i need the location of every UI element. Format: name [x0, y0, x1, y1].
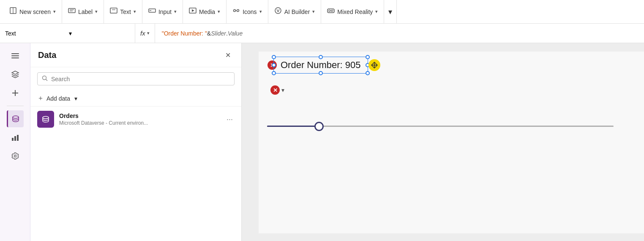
sidebar-item-menu[interactable] — [7, 47, 24, 64]
handle-bm[interactable] — [319, 71, 323, 75]
error-badge-2[interactable]: ✕ — [270, 85, 280, 95]
left-sidebar — [0, 43, 30, 241]
svg-rect-23 — [14, 136, 16, 141]
fx-label: fx — [140, 30, 145, 37]
input-icon — [148, 7, 156, 16]
formula-expand-icon[interactable]: ▾ — [147, 30, 150, 36]
svg-point-17 — [331, 10, 333, 12]
orders-subtitle: Microsoft Dataverse - Current environ... — [59, 120, 220, 126]
hamburger-icon — [10, 52, 21, 60]
media-icon — [189, 7, 196, 16]
search-box[interactable] — [37, 72, 235, 85]
slider-fill — [267, 126, 319, 127]
mixed-reality-label: Mixed Reality — [337, 8, 373, 15]
handle-br[interactable] — [366, 71, 370, 75]
new-screen-label: New screen — [19, 8, 51, 15]
property-chevron: ▾ — [69, 30, 130, 37]
orders-icon — [37, 111, 54, 128]
new-screen-button[interactable]: New screen ▾ — [3, 0, 62, 23]
text-button[interactable]: Text ▾ — [104, 0, 142, 23]
svg-point-12 — [237, 10, 239, 12]
media-chevron: ▾ — [218, 9, 220, 14]
svg-point-21 — [13, 116, 19, 118]
data-panel-title: Data — [38, 50, 222, 60]
mixed-reality-button[interactable]: Mixed Reality ▾ — [321, 0, 384, 23]
input-button[interactable]: Input ▾ — [142, 0, 183, 23]
ai-builder-chevron: ▾ — [312, 9, 315, 14]
canvas-area: ✕ Order Number: 905 — [242, 43, 644, 241]
svg-rect-5 — [110, 8, 117, 13]
media-button[interactable]: Media ▾ — [183, 0, 226, 23]
text-chevron: ▾ — [134, 9, 136, 14]
new-screen-chevron: ▾ — [53, 9, 56, 14]
orders-more-button[interactable]: ··· — [225, 113, 235, 126]
formula-function-part: Slider — [211, 30, 226, 37]
ai-builder-label: AI Builder — [284, 8, 310, 15]
sidebar-divider — [7, 106, 24, 106]
sidebar-item-charts[interactable] — [7, 129, 24, 146]
add-data-chevron: ▾ — [74, 95, 77, 102]
formula-input-area[interactable]: "Order Number: " & Slider . Value — [155, 24, 644, 43]
formula-bar: Text ▾ fx ▾ "Order Number: " & Slider . … — [0, 24, 644, 43]
second-control-row: ✕ ▾ — [270, 85, 284, 95]
add-data-label: Add data — [46, 95, 70, 102]
more-button[interactable]: ▾ — [384, 0, 397, 23]
handle-tm[interactable] — [319, 55, 323, 59]
text-selection-box[interactable]: Order Number: 905 — [273, 57, 368, 74]
search-icon — [42, 75, 48, 82]
icons-toolbar-icon — [232, 7, 240, 16]
search-input[interactable] — [51, 76, 230, 82]
close-data-panel-button[interactable]: ✕ — [222, 49, 234, 61]
sidebar-item-data[interactable] — [7, 110, 24, 127]
sidebar-item-settings[interactable] — [7, 148, 24, 164]
ai-builder-icon — [274, 7, 282, 16]
orders-info: Orders Microsoft Dataverse - Current env… — [59, 112, 220, 126]
slider-thumb[interactable] — [314, 122, 324, 131]
input-chevron: ▾ — [174, 9, 177, 14]
new-screen-icon — [9, 7, 17, 16]
orders-name: Orders — [59, 112, 220, 119]
mixed-reality-chevron: ▾ — [375, 9, 378, 14]
input-label: Input — [158, 8, 172, 15]
sidebar-item-insert[interactable] — [7, 85, 24, 101]
svg-point-14 — [275, 8, 281, 14]
mixed-reality-icon — [327, 7, 335, 16]
svg-line-27 — [46, 79, 48, 81]
handle-ml[interactable] — [272, 63, 276, 67]
svg-marker-10 — [192, 9, 194, 12]
icons-label: Icons — [243, 8, 257, 15]
ai-builder-button[interactable]: AI Builder ▾ — [268, 0, 322, 23]
svg-point-25 — [14, 155, 16, 157]
formula-string-part: "Order Number: " — [162, 30, 207, 37]
property-selector[interactable]: Text ▾ — [0, 24, 135, 43]
data-source-orders[interactable]: Orders Microsoft Dataverse - Current env… — [30, 106, 241, 132]
property-label: Text — [5, 30, 66, 37]
label-label: Label — [78, 8, 93, 15]
more-icon: ▾ — [388, 7, 392, 16]
label-button[interactable]: Label ▾ — [62, 0, 104, 23]
order-number-text: Order Number: 905 — [281, 60, 361, 70]
icons-chevron: ▾ — [259, 9, 262, 14]
sidebar-item-layers[interactable] — [7, 66, 24, 83]
plus-icon: ＋ — [37, 94, 44, 103]
slider-wrapper[interactable] — [267, 126, 614, 127]
control-chevron[interactable]: ▾ — [281, 87, 284, 93]
svg-rect-2 — [68, 8, 75, 13]
handle-tl[interactable] — [272, 55, 276, 59]
text-icon — [110, 7, 117, 16]
canvas-content: ✕ Order Number: 905 — [259, 52, 644, 233]
handle-tr[interactable] — [366, 55, 370, 59]
text-element-wrapper: ✕ Order Number: 905 — [273, 57, 368, 74]
label-chevron: ▾ — [95, 9, 98, 14]
main-layout: Data ✕ ＋ Add data ▾ Orders Microsoft Dat… — [0, 43, 644, 241]
handle-bl[interactable] — [272, 71, 276, 75]
svg-point-26 — [43, 76, 46, 80]
label-icon — [68, 7, 76, 16]
formula-operator: & — [207, 30, 211, 37]
svg-point-28 — [43, 116, 49, 119]
add-data-button[interactable]: ＋ Add data ▾ — [30, 90, 241, 106]
slider-track[interactable] — [267, 126, 614, 127]
main-toolbar: New screen ▾ Label ▾ Text ▾ Input ▾ Medi… — [0, 0, 644, 24]
icons-button[interactable]: Icons ▾ — [226, 0, 268, 23]
data-panel-header: Data ✕ — [30, 43, 241, 67]
